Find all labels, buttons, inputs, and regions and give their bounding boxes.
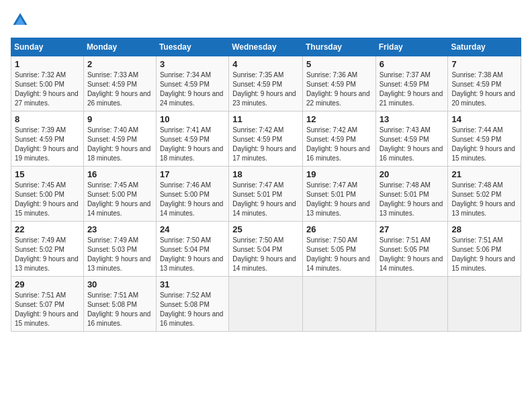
- calendar-cell: 19Sunrise: 7:47 AM Sunset: 5:01 PM Dayli…: [302, 167, 375, 222]
- calendar-cell: 14Sunrise: 7:44 AM Sunset: 4:59 PM Dayli…: [448, 111, 521, 167]
- calendar-cell: 8Sunrise: 7:39 AM Sunset: 4:59 PM Daylig…: [11, 111, 84, 167]
- day-number: 7: [451, 59, 517, 69]
- logo-icon: [11, 11, 30, 30]
- day-info: Sunrise: 7:33 AM Sunset: 4:59 PM Dayligh…: [87, 71, 152, 108]
- day-info: Sunrise: 7:50 AM Sunset: 5:04 PM Dayligh…: [232, 236, 299, 273]
- day-info: Sunrise: 7:32 AM Sunset: 5:00 PM Dayligh…: [15, 71, 80, 108]
- day-number: 1: [15, 59, 80, 69]
- weekday-header-tuesday: Tuesday: [156, 38, 228, 56]
- calendar-cell: 9Sunrise: 7:40 AM Sunset: 4:59 PM Daylig…: [83, 111, 156, 167]
- day-number: 14: [451, 114, 517, 124]
- calendar-cell: 21Sunrise: 7:48 AM Sunset: 5:02 PM Dayli…: [448, 167, 521, 222]
- day-info: Sunrise: 7:51 AM Sunset: 5:08 PM Dayligh…: [87, 291, 152, 328]
- calendar-cell: [229, 277, 303, 332]
- day-number: 2: [87, 59, 152, 69]
- calendar-cell: 22Sunrise: 7:49 AM Sunset: 5:02 PM Dayli…: [11, 222, 84, 277]
- calendar-week-4: 22Sunrise: 7:49 AM Sunset: 5:02 PM Dayli…: [11, 222, 521, 277]
- day-info: Sunrise: 7:35 AM Sunset: 4:59 PM Dayligh…: [232, 71, 299, 108]
- day-info: Sunrise: 7:49 AM Sunset: 5:03 PM Dayligh…: [87, 236, 152, 273]
- day-info: Sunrise: 7:40 AM Sunset: 4:59 PM Dayligh…: [87, 126, 152, 163]
- calendar-week-3: 15Sunrise: 7:45 AM Sunset: 5:00 PM Dayli…: [11, 167, 521, 222]
- calendar-week-1: 1Sunrise: 7:32 AM Sunset: 5:00 PM Daylig…: [11, 56, 521, 111]
- calendar-cell: 5Sunrise: 7:36 AM Sunset: 4:59 PM Daylig…: [302, 56, 375, 111]
- calendar-cell: 13Sunrise: 7:43 AM Sunset: 4:59 PM Dayli…: [375, 111, 448, 167]
- calendar-cell: 4Sunrise: 7:35 AM Sunset: 4:59 PM Daylig…: [229, 56, 303, 111]
- day-number: 10: [160, 114, 225, 124]
- day-number: 18: [232, 169, 299, 179]
- day-number: 17: [160, 169, 225, 179]
- calendar-cell: 26Sunrise: 7:50 AM Sunset: 5:05 PM Dayli…: [302, 222, 375, 277]
- day-info: Sunrise: 7:51 AM Sunset: 5:06 PM Dayligh…: [451, 236, 517, 273]
- calendar-cell: 17Sunrise: 7:46 AM Sunset: 5:00 PM Dayli…: [156, 167, 228, 222]
- day-info: Sunrise: 7:42 AM Sunset: 4:59 PM Dayligh…: [232, 126, 299, 163]
- calendar-cell: 10Sunrise: 7:41 AM Sunset: 4:59 PM Dayli…: [156, 111, 228, 167]
- calendar-cell: 27Sunrise: 7:51 AM Sunset: 5:05 PM Dayli…: [375, 222, 448, 277]
- calendar-cell: 30Sunrise: 7:51 AM Sunset: 5:08 PM Dayli…: [83, 277, 156, 332]
- day-info: Sunrise: 7:52 AM Sunset: 5:08 PM Dayligh…: [160, 291, 225, 328]
- day-info: Sunrise: 7:36 AM Sunset: 4:59 PM Dayligh…: [306, 71, 372, 108]
- weekday-header-row: SundayMondayTuesdayWednesdayThursdayFrid…: [11, 38, 521, 56]
- day-number: 15: [15, 169, 80, 179]
- day-number: 29: [15, 279, 80, 289]
- calendar-cell: 7Sunrise: 7:38 AM Sunset: 4:59 PM Daylig…: [448, 56, 521, 111]
- day-info: Sunrise: 7:44 AM Sunset: 4:59 PM Dayligh…: [451, 126, 517, 163]
- calendar-cell: 6Sunrise: 7:37 AM Sunset: 4:59 PM Daylig…: [375, 56, 448, 111]
- day-number: 24: [160, 224, 225, 234]
- calendar-cell: [448, 277, 521, 332]
- calendar-cell: [302, 277, 375, 332]
- day-info: Sunrise: 7:51 AM Sunset: 5:05 PM Dayligh…: [380, 236, 445, 273]
- calendar-cell: 31Sunrise: 7:52 AM Sunset: 5:08 PM Dayli…: [156, 277, 228, 332]
- day-info: Sunrise: 7:45 AM Sunset: 5:00 PM Dayligh…: [87, 181, 152, 218]
- day-info: Sunrise: 7:39 AM Sunset: 4:59 PM Dayligh…: [15, 126, 80, 163]
- weekday-header-thursday: Thursday: [302, 38, 375, 56]
- day-info: Sunrise: 7:47 AM Sunset: 5:01 PM Dayligh…: [232, 181, 299, 218]
- calendar-cell: 20Sunrise: 7:48 AM Sunset: 5:01 PM Dayli…: [375, 167, 448, 222]
- day-number: 8: [15, 114, 80, 124]
- day-number: 4: [232, 59, 299, 69]
- weekday-header-monday: Monday: [83, 38, 156, 56]
- day-number: 12: [306, 114, 372, 124]
- day-info: Sunrise: 7:49 AM Sunset: 5:02 PM Dayligh…: [15, 236, 80, 273]
- day-number: 26: [306, 224, 372, 234]
- day-info: Sunrise: 7:37 AM Sunset: 4:59 PM Dayligh…: [380, 71, 445, 108]
- day-number: 27: [380, 224, 445, 234]
- calendar-cell: 1Sunrise: 7:32 AM Sunset: 5:00 PM Daylig…: [11, 56, 84, 111]
- calendar-cell: 2Sunrise: 7:33 AM Sunset: 4:59 PM Daylig…: [83, 56, 156, 111]
- day-info: Sunrise: 7:42 AM Sunset: 4:59 PM Dayligh…: [306, 126, 372, 163]
- weekday-header-wednesday: Wednesday: [229, 38, 303, 56]
- day-number: 5: [306, 59, 372, 69]
- day-info: Sunrise: 7:43 AM Sunset: 4:59 PM Dayligh…: [380, 126, 445, 163]
- calendar-cell: [375, 277, 448, 332]
- day-number: 20: [380, 169, 445, 179]
- calendar-cell: 24Sunrise: 7:50 AM Sunset: 5:04 PM Dayli…: [156, 222, 228, 277]
- day-info: Sunrise: 7:48 AM Sunset: 5:02 PM Dayligh…: [451, 181, 517, 218]
- day-info: Sunrise: 7:51 AM Sunset: 5:07 PM Dayligh…: [15, 291, 80, 328]
- day-info: Sunrise: 7:45 AM Sunset: 5:00 PM Dayligh…: [15, 181, 80, 218]
- calendar-cell: 28Sunrise: 7:51 AM Sunset: 5:06 PM Dayli…: [448, 222, 521, 277]
- page-header: [11, 11, 521, 30]
- day-number: 21: [451, 169, 517, 179]
- day-number: 30: [87, 279, 152, 289]
- day-number: 31: [160, 279, 225, 289]
- calendar-cell: 18Sunrise: 7:47 AM Sunset: 5:01 PM Dayli…: [229, 167, 303, 222]
- day-number: 19: [306, 169, 372, 179]
- calendar-week-5: 29Sunrise: 7:51 AM Sunset: 5:07 PM Dayli…: [11, 277, 521, 332]
- weekday-header-sunday: Sunday: [11, 38, 84, 56]
- calendar-cell: 25Sunrise: 7:50 AM Sunset: 5:04 PM Dayli…: [229, 222, 303, 277]
- calendar-cell: 29Sunrise: 7:51 AM Sunset: 5:07 PM Dayli…: [11, 277, 84, 332]
- day-number: 13: [380, 114, 445, 124]
- calendar-week-2: 8Sunrise: 7:39 AM Sunset: 4:59 PM Daylig…: [11, 111, 521, 167]
- day-info: Sunrise: 7:48 AM Sunset: 5:01 PM Dayligh…: [380, 181, 445, 218]
- day-number: 9: [87, 114, 152, 124]
- weekday-header-friday: Friday: [375, 38, 448, 56]
- day-number: 11: [232, 114, 299, 124]
- calendar-cell: 12Sunrise: 7:42 AM Sunset: 4:59 PM Dayli…: [302, 111, 375, 167]
- day-info: Sunrise: 7:38 AM Sunset: 4:59 PM Dayligh…: [451, 71, 517, 108]
- day-number: 25: [232, 224, 299, 234]
- day-info: Sunrise: 7:34 AM Sunset: 4:59 PM Dayligh…: [160, 71, 225, 108]
- day-number: 16: [87, 169, 152, 179]
- calendar-cell: 11Sunrise: 7:42 AM Sunset: 4:59 PM Dayli…: [229, 111, 303, 167]
- day-number: 28: [451, 224, 517, 234]
- calendar-cell: 16Sunrise: 7:45 AM Sunset: 5:00 PM Dayli…: [83, 167, 156, 222]
- day-number: 6: [380, 59, 445, 69]
